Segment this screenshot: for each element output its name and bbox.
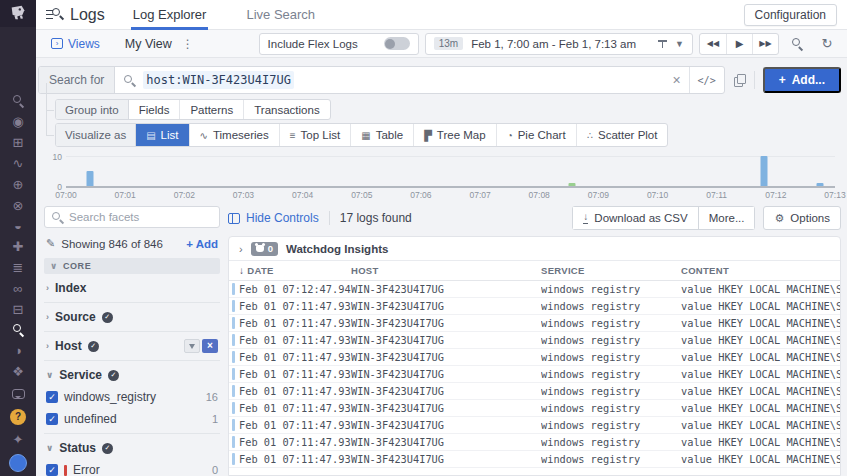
play-icon[interactable]: ▶ [726,34,752,54]
error-tracking-icon[interactable]: ❖ [8,363,28,380]
chart-bar-blue[interactable] [86,171,93,186]
log-row[interactable]: Feb 01 07:11:47.932 WIN-3F423U4I7UG wind… [229,349,840,366]
group-into-transactions[interactable]: Transactions [244,100,329,119]
notebooks-icon[interactable]: ≣ [8,259,28,276]
core-section-header[interactable]: ∨ CORE [44,258,220,274]
log-row[interactable]: Feb 01 07:12:47.942 WIN-3F423U4I7UG wind… [229,281,840,298]
facet-item-error[interactable]: Error 0 [46,463,218,476]
help-icon[interactable]: ? [8,407,28,426]
log-row[interactable]: Feb 01 07:11:47.932 WIN-3F423U4I7UG wind… [229,315,840,332]
time-range-picker[interactable]: 13m Feb 1, 7:00 am - Feb 1, 7:13 am ▼ [425,33,693,55]
search-icon [52,212,63,223]
watchdog-insights-row[interactable]: › 0 Watchdog Insights [229,237,840,261]
viz-list[interactable]: ▤List [136,124,189,146]
step-back-icon[interactable]: ◀◀ [700,34,726,54]
chevron-right-icon[interactable]: › [239,243,243,255]
clear-host-filter-icon[interactable]: × [202,339,218,353]
log-service: windows_registry [541,453,681,465]
log-row[interactable]: Feb 01 07:11:47.931 WIN-3F423U4I7UG wind… [229,451,840,468]
service-map-icon[interactable]: ⊗ [8,197,28,214]
group-into-fields[interactable]: Fields [129,100,181,119]
facet-item-windows-registry[interactable]: windows_registry 16 [46,390,218,404]
chart-bar-blue[interactable] [761,156,768,186]
viz-tree-map[interactable]: ▛Tree Map [414,124,497,146]
log-row[interactable]: Feb 01 07:11:47.932 WIN-3F423U4I7UG wind… [229,298,840,315]
views-button[interactable]: › Views [44,34,107,54]
list-icon: ▤ [146,130,155,141]
facet-item-undefined[interactable]: undefined 1 [46,412,218,426]
facet-header-status[interactable]: ∨ Status ✓ [46,441,218,455]
viz-timeseries[interactable]: ∿Timeseries [190,124,280,146]
watchdog-icon[interactable]: ◉ [8,113,28,130]
pin-timeframe-icon[interactable] [658,39,667,48]
time-dropdown-caret-icon[interactable]: ▼ [675,39,684,49]
column-header-date[interactable]: ↓DATE [239,265,351,276]
configuration-button[interactable]: Configuration [744,4,837,26]
facet-search[interactable] [44,206,220,228]
more-button[interactable]: More... [699,206,756,230]
security-icon[interactable]: ◑ [8,342,28,359]
code-view-toggle[interactable]: </> [689,67,724,93]
facet-search-input[interactable] [69,211,212,223]
filter-funnel-icon[interactable] [184,339,200,353]
edit-pencil-icon[interactable]: ✎ [46,237,55,250]
add-button[interactable]: + Add... [763,67,841,93]
log-volume-chart[interactable]: 10 0 07:0007:0107:0207:0307:0407:0507:06… [40,153,839,201]
chat-icon[interactable] [8,384,28,403]
hide-controls-button[interactable]: Hide Controls [228,211,319,225]
clear-search-icon[interactable]: × [664,67,688,93]
metrics-icon[interactable]: ∿ [8,155,28,172]
refresh-icon[interactable]: ↻ [815,33,839,55]
log-row[interactable]: Feb 01 07:11:47.932 WIN-3F423U4I7UG wind… [229,383,840,400]
view-options-kebab-icon[interactable]: ⋮ [182,37,194,51]
tab-log-explorer[interactable]: Log Explorer [131,0,209,30]
facet-header-index[interactable]: › Index [46,281,218,295]
search-icon[interactable] [8,93,28,110]
datadog-logo[interactable] [0,0,36,27]
table-body: Feb 01 07:12:47.942 WIN-3F423U4I7UG wind… [229,281,840,475]
checkbox-checked[interactable] [46,464,58,476]
group-into-patterns[interactable]: Patterns [180,100,244,119]
copilot-sparkle-icon[interactable]: ✦ [8,430,28,449]
facet-header-service[interactable]: ∨ Service ✓ [46,368,218,382]
dashboards-icon[interactable]: ⊞ [8,134,28,151]
search-query-token[interactable]: host:WIN-3F423U4I7UG [143,71,294,89]
chart-plot-area[interactable] [66,156,835,188]
log-row[interactable]: Feb 01 07:11:47.931 WIN-3F423U4I7UG wind… [229,434,840,451]
zoom-out-icon[interactable] [785,33,809,55]
user-avatar[interactable] [8,453,28,472]
viz-table[interactable]: ▦Table [351,124,414,146]
include-flex-logs-toggle[interactable] [384,37,410,50]
column-header-service[interactable]: SERVICE [541,265,681,276]
log-row[interactable]: Feb 01 07:11:47.932 WIN-3F423U4I7UG wind… [229,332,840,349]
files-icon[interactable]: ⊟ [8,301,28,318]
search-input[interactable]: host:WIN-3F423U4I7UG [115,67,664,93]
logs-icon[interactable] [8,321,28,338]
facet-header-source[interactable]: › Source ✓ [46,310,218,324]
tab-live-search[interactable]: Live Search [244,0,317,30]
log-row[interactable]: Feb 01 07:11:47.931 WIN-3F423U4I7UG wind… [229,400,840,417]
current-view-name[interactable]: My View [125,37,172,51]
x-axis-tick: 07:07 [469,190,490,200]
chart-bar-blue[interactable] [817,183,824,186]
ci-cd-icon[interactable]: ∞ [8,280,28,297]
checkbox-checked[interactable] [46,413,58,425]
log-row[interactable]: Feb 01 07:11:47.932 WIN-3F423U4I7UG wind… [229,366,840,383]
step-forward-icon[interactable]: ▶▶ [752,34,778,54]
viz-pie-chart[interactable]: ◔Pie Chart [497,124,577,146]
column-header-content[interactable]: CONTENT [681,265,840,276]
checkbox-checked[interactable] [46,391,58,403]
synthetics-icon[interactable]: ◒ [8,217,28,234]
log-row[interactable]: Feb 01 07:11:47.931 WIN-3F423U4I7UG wind… [229,417,840,434]
chart-bar-green[interactable] [568,183,575,186]
options-button[interactable]: ⚙ Options [763,206,841,230]
viz-scatter-plot[interactable]: ∴Scatter Plot [577,124,668,146]
apm-icon[interactable]: ⊕ [8,176,28,193]
viz-top-list[interactable]: ≡Top List [280,124,351,146]
column-header-host[interactable]: HOST [351,265,541,276]
copy-icon[interactable] [734,74,745,86]
integrations-icon[interactable]: ✚ [8,238,28,255]
add-facet-button[interactable]: + Add [186,238,218,250]
facet-header-host[interactable]: › Host ✓ × [46,339,218,353]
download-csv-button[interactable]: ↓ Download as CSV [572,206,698,230]
